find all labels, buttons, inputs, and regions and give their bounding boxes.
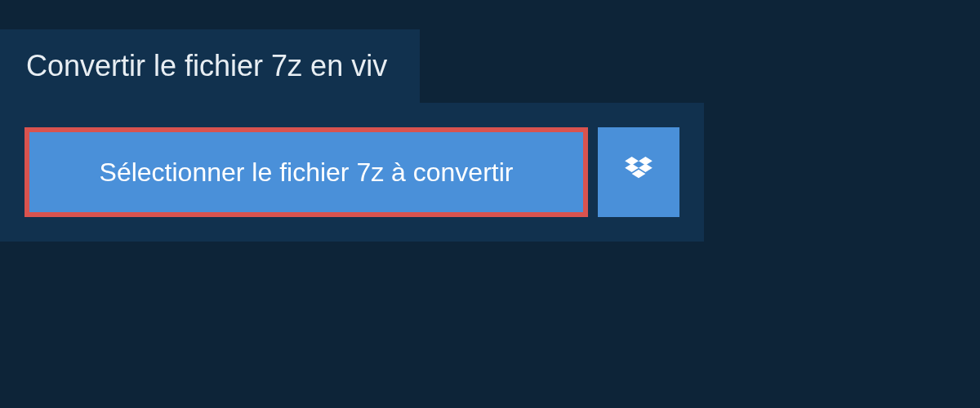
- select-file-button[interactable]: Sélectionner le fichier 7z à convertir: [24, 127, 588, 217]
- page-title: Convertir le fichier 7z en viv: [26, 49, 387, 82]
- content-panel: Sélectionner le fichier 7z à convertir: [0, 103, 704, 242]
- select-file-button-label: Sélectionner le fichier 7z à convertir: [100, 157, 514, 188]
- button-row: Sélectionner le fichier 7z à convertir: [24, 127, 679, 217]
- dropbox-icon: [621, 155, 656, 189]
- dropbox-button[interactable]: [598, 127, 679, 217]
- header-tab: Convertir le fichier 7z en viv: [0, 29, 420, 103]
